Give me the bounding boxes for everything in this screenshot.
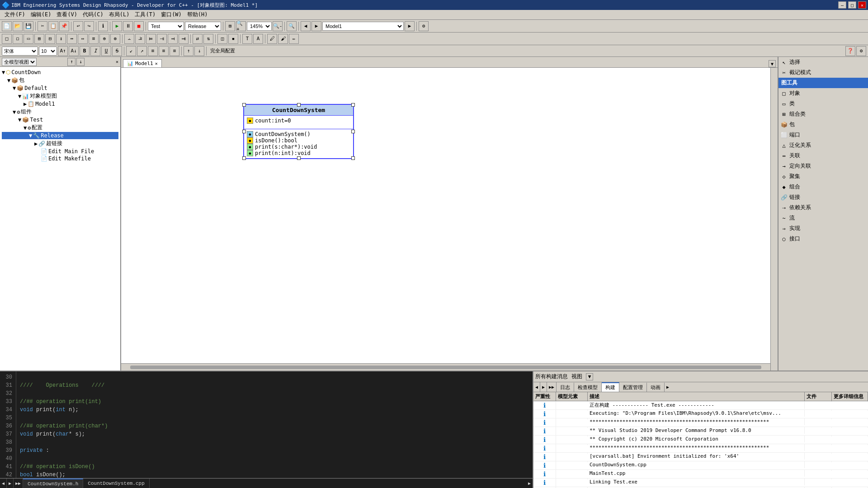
editor-nav-right2[interactable]: ▶▶ [14, 479, 23, 488]
menu-item-file[interactable]: 文件(F) [2, 10, 28, 19]
log-nav-scroll[interactable]: ▶ [665, 382, 671, 392]
menu-item-layout[interactable]: 布局(L) [106, 10, 132, 19]
log-tab-anim[interactable]: 动画 [647, 382, 665, 392]
tree-item-config[interactable]: ▼ ⚙ 配置 [2, 123, 118, 132]
rp-link[interactable]: 🔗 链接 [778, 192, 868, 202]
tree-item-component[interactable]: ▼ ⚙ 组件 [2, 108, 118, 116]
rp-realization[interactable]: ⇒ 实现 [778, 223, 868, 234]
editor-nav-left[interactable]: ◀ [0, 479, 7, 488]
dist1[interactable]: ⇄ [193, 34, 203, 44]
handle-ml[interactable] [242, 130, 246, 133]
text1[interactable]: T [242, 34, 252, 44]
editor-tab-cpp[interactable]: CountDownSystem.cpp [83, 479, 149, 488]
tab-close-button[interactable]: ✕ [155, 61, 158, 66]
maximize-button[interactable]: □ [848, 1, 856, 9]
super-btn[interactable]: ↑ [184, 46, 193, 56]
log-nav-left[interactable]: ◀ [533, 382, 540, 392]
font-up[interactable]: A↑ [58, 46, 68, 56]
font-size-select[interactable]: 10 [39, 47, 57, 56]
zoom-out[interactable]: 🔍- [273, 21, 283, 31]
nav-fwd[interactable]: ▶ [311, 21, 321, 31]
search-button[interactable]: 🔍 [287, 21, 297, 31]
model-select[interactable]: Model1 [322, 22, 404, 31]
rp-port[interactable]: ⬜ 端口 [778, 130, 868, 140]
underline-button[interactable]: U [101, 46, 111, 56]
cut-button[interactable]: ✂ [38, 21, 47, 31]
text2[interactable]: A [253, 34, 263, 44]
paste-button[interactable]: 📌 [59, 21, 69, 31]
diagram-horizontal-scrollbar[interactable] [121, 363, 770, 371]
tool4[interactable]: ⊞ [34, 34, 44, 44]
build-log-menu[interactable]: ▼ [586, 373, 593, 380]
tool9[interactable]: ≡ [89, 34, 99, 44]
code-scroll[interactable]: 3031323334 3536373839 404142434445 //// … [0, 371, 533, 478]
align5[interactable]: ⫤ [168, 34, 178, 44]
align1[interactable]: ⫠ [124, 34, 134, 44]
tree-item-default[interactable]: ▼ 📦 Default [2, 84, 118, 92]
close-button[interactable]: ✕ [858, 1, 866, 9]
sup-button[interactable]: ↗ [137, 46, 147, 56]
align6[interactable]: ⫥ [179, 34, 189, 44]
nav-down[interactable]: ↓ [76, 58, 85, 66]
handle-tm[interactable] [297, 103, 301, 107]
run-button[interactable]: ▶ [112, 21, 122, 31]
bold-button[interactable]: B [80, 46, 90, 56]
strikethrough-button[interactable]: S [112, 46, 122, 56]
more-btn[interactable]: ⚙ [419, 21, 429, 31]
code-editor[interactable]: 3031323334 3536373839 404142434445 //// … [0, 371, 533, 488]
rp-composition[interactable]: ◆ 组合 [778, 182, 868, 192]
menu-item-tools[interactable]: 工具(T) [132, 10, 158, 19]
tree-item-package[interactable]: ▼ 📦 包 [2, 76, 118, 84]
panel-close[interactable]: ✕ [116, 59, 118, 64]
build-config-select[interactable]: Release [185, 22, 221, 31]
tab-scroll-right[interactable]: ▼ [769, 60, 776, 67]
settings-btn2[interactable]: ⚙ [856, 46, 866, 56]
nav-back[interactable]: ◀ [301, 21, 311, 31]
size2[interactable]: ▪ [228, 34, 238, 44]
color2[interactable]: 🖌 [278, 34, 288, 44]
nav-up[interactable]: ↑ [67, 58, 75, 66]
tree-item-model1[interactable]: ▶ 📋 Model1 [2, 100, 118, 108]
tool5[interactable]: ⊟ [45, 34, 55, 44]
handle-bl[interactable] [242, 156, 246, 160]
tool3[interactable]: ▭ [24, 34, 33, 44]
rp-composite-class[interactable]: ⊞ 组合类 [778, 109, 868, 119]
tool11[interactable]: ⊗ [110, 34, 120, 44]
tool2[interactable]: ◻ [13, 34, 23, 44]
rp-dependency[interactable]: ⇢ 依赖关系 [778, 202, 868, 213]
menu-item-view[interactable]: 查看(V) [54, 10, 80, 19]
menu-item-edit[interactable]: 编辑(E) [28, 10, 54, 19]
rp-association[interactable]: ↔ 关联 [778, 150, 868, 161]
info-button[interactable]: ℹ [98, 21, 108, 31]
log-tab-build[interactable]: 构建 [602, 382, 619, 392]
handle-br[interactable] [351, 156, 355, 160]
minimize-button[interactable]: — [838, 1, 846, 9]
menu-item-code[interactable]: 代码(C) [80, 10, 106, 19]
tree-item-release[interactable]: ▼ 🔧 Release [2, 132, 118, 139]
font-select[interactable]: 宋体 [2, 47, 38, 56]
rp-interface[interactable]: ○ 接口 [778, 234, 868, 244]
handle-tr[interactable] [351, 103, 355, 107]
tree-item-makefile[interactable]: 📄 Edit Makefile [2, 155, 118, 162]
rp-directed-assoc[interactable]: → 定向关联 [778, 161, 868, 171]
log-tab-check[interactable]: 检查模型 [574, 382, 602, 392]
log-content[interactable]: ℹ 正在构建 ------------ Test.exe -----------… [533, 401, 868, 488]
save-button[interactable]: 💾 [24, 21, 33, 31]
align-right[interactable]: ≡ [170, 46, 179, 56]
editor-nav-right[interactable]: ▶ [7, 479, 14, 488]
redo-button[interactable]: ↪ [84, 21, 94, 31]
rp-package[interactable]: 📦 包 [778, 119, 868, 130]
tree-item-mainfile[interactable]: 📄 Edit Main File [2, 148, 118, 155]
tool7[interactable]: ↔ [67, 34, 77, 44]
tool10[interactable]: ⊕ [99, 34, 109, 44]
undo-button[interactable]: ↩ [73, 21, 83, 31]
align4[interactable]: ⫣ [157, 34, 167, 44]
menu-item-window[interactable]: 窗口(W) [158, 10, 184, 19]
zoom-in[interactable]: 🔍+ [236, 21, 246, 31]
rp-select[interactable]: ↖ 选择 [778, 57, 868, 67]
log-nav-right[interactable]: ▶ [540, 382, 547, 392]
align2[interactable]: ⫡ [135, 34, 145, 44]
view-select[interactable]: 全模型视图 [2, 58, 37, 66]
diagram-area[interactable]: CountDownSystem ● count:int=0 ● CountDow… [121, 68, 778, 371]
handle-bm[interactable] [297, 156, 301, 160]
